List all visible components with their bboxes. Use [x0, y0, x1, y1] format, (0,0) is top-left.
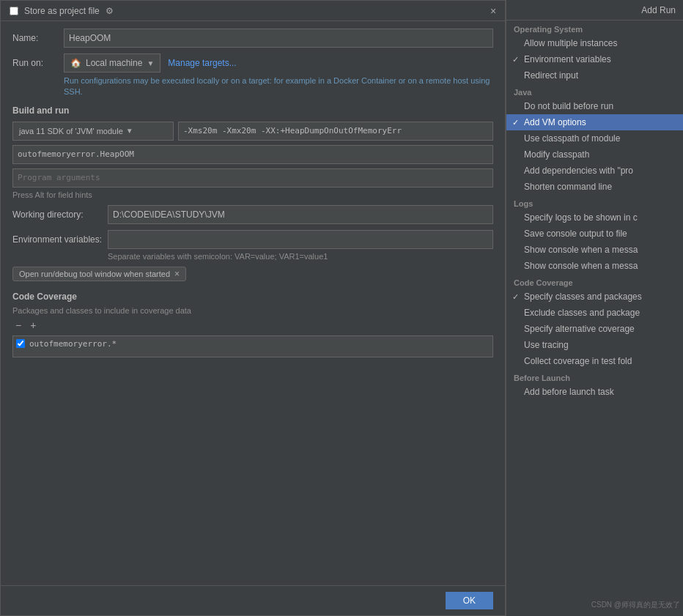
coverage-title: Code Coverage [12, 292, 493, 302]
store-as-project-checkbox[interactable] [10, 7, 18, 15]
chip-close-icon[interactable]: × [174, 269, 180, 279]
gear-icon[interactable]: ⚙ [106, 6, 114, 16]
env-vars-input[interactable] [108, 230, 493, 249]
run-on-row: Run on: 🏠 Local machine ▼ Manage targets… [12, 53, 493, 73]
env-hint: Separate variables with semicolon: VAR=v… [108, 252, 493, 261]
menu-item[interactable]: Do not build before run [506, 98, 683, 114]
menu-item[interactable]: Redirect input [506, 67, 683, 84]
machine-label: Local machine [86, 58, 142, 68]
menu-section-label: Logs [506, 195, 683, 209]
menu-item[interactable]: Allow multiple instances [506, 35, 683, 51]
menu-item[interactable]: Add VM options [506, 114, 683, 130]
menu-item[interactable]: Show console when a messa [506, 242, 683, 258]
add-run-panel: Add Run Operating SystemAllow multiple i… [506, 0, 683, 616]
menu-sections: Operating SystemAllow multiple instances… [506, 21, 683, 400]
name-input[interactable] [64, 29, 493, 48]
add-run-label: Add Run [641, 5, 676, 15]
chevron-down-icon: ▼ [147, 59, 154, 67]
code-coverage-section: Code Coverage Packages and classes to in… [12, 292, 493, 357]
panel-header: Add Run [506, 0, 683, 21]
menu-section: JavaDo not build before runAdd VM option… [506, 84, 683, 195]
menu-item[interactable]: Specify logs to be shown in c [506, 209, 683, 226]
coverage-item-checkbox[interactable] [16, 339, 25, 348]
menu-item[interactable]: Add before launch task [506, 384, 683, 400]
env-vars-row: Environment variables: [12, 230, 493, 249]
menu-item[interactable]: Environment variables [506, 51, 683, 67]
sdk-chevron-icon: ▼ [126, 127, 133, 135]
machine-dropdown[interactable]: 🏠 Local machine ▼ [64, 53, 160, 73]
vm-options-input[interactable] [178, 122, 493, 141]
sdk-label: java 11 SDK of 'JVM' module [19, 127, 123, 136]
working-dir-label: Working directory: [12, 209, 108, 220]
menu-section: Code CoverageSpecify classes and package… [506, 274, 683, 369]
field-hints-text: Press Alt for field hints [12, 190, 493, 199]
menu-item[interactable]: Exclude classes and package [506, 305, 683, 321]
name-row: Name: [12, 29, 493, 48]
close-button[interactable]: × [487, 5, 499, 17]
chip-label: Open run/debug tool window when started [19, 270, 170, 278]
dialog-footer: OK [1, 585, 505, 615]
menu-section-label: Java [506, 84, 683, 98]
menu-item[interactable]: Use tracing [506, 337, 683, 353]
menu-item[interactable]: Specify alternative coverage [506, 321, 683, 337]
menu-item[interactable]: Add dependencies with "pro [506, 163, 683, 179]
menu-section: Operating SystemAllow multiple instances… [506, 21, 683, 84]
name-label: Name: [12, 33, 64, 43]
menu-section: Before LaunchAdd before launch task [506, 369, 683, 400]
env-vars-label: Environment variables: [12, 234, 108, 245]
main-class-input[interactable] [12, 145, 493, 164]
menu-section: LogsSpecify logs to be shown in cSave co… [506, 195, 683, 274]
sdk-dropdown[interactable]: java 11 SDK of 'JVM' module ▼ [12, 122, 174, 141]
working-dir-row: Working directory: [12, 205, 493, 224]
working-dir-input[interactable] [108, 205, 493, 224]
coverage-list: outofmemoryerror.* [12, 335, 493, 357]
sdk-row: java 11 SDK of 'JVM' module ▼ [12, 122, 493, 141]
coverage-item-value: outofmemoryerror.* [29, 339, 117, 349]
remove-coverage-button[interactable]: − [12, 318, 24, 333]
menu-item[interactable]: Save console output to file [506, 226, 683, 242]
dialog-content: Name: Run on: 🏠 Local machine ▼ Manage t… [1, 21, 505, 585]
menu-item[interactable]: Show console when a messa [506, 258, 683, 274]
csdn-watermark: CSDN @师得真的是无效了 [591, 600, 680, 610]
menu-section-label: Operating System [506, 21, 683, 35]
run-config-dialog: Store as project file ⚙ × Name: Run on: … [0, 0, 506, 616]
run-debug-chip: Open run/debug tool window when started … [12, 267, 493, 289]
add-coverage-button[interactable]: + [27, 318, 39, 333]
menu-item[interactable]: Specify classes and packages [506, 289, 683, 305]
menu-section-label: Code Coverage [506, 274, 683, 289]
manage-targets-link[interactable]: Manage targets... [168, 58, 236, 68]
program-args-input[interactable] [12, 168, 493, 188]
menu-item[interactable]: Collect coverage in test fold [506, 353, 683, 369]
run-on-hint: Run configurations may be executed local… [64, 75, 493, 98]
coverage-item: outofmemoryerror.* [16, 339, 490, 349]
menu-section-label: Before Launch [506, 369, 683, 384]
coverage-toolbar: − + [12, 318, 493, 333]
house-icon: 🏠 [70, 58, 81, 68]
ok-button[interactable]: OK [446, 592, 493, 609]
run-on-label: Run on: [12, 58, 64, 68]
dialog-titlebar: Store as project file ⚙ × [1, 1, 505, 21]
build-run-title: Build and run [12, 105, 493, 116]
menu-item[interactable]: Modify classpath [506, 146, 683, 163]
coverage-desc: Packages and classes to include in cover… [12, 306, 493, 315]
menu-item[interactable]: Use classpath of module [506, 130, 683, 146]
store-as-project-label: Store as project file [24, 6, 100, 16]
menu-item[interactable]: Shorten command line [506, 179, 683, 195]
